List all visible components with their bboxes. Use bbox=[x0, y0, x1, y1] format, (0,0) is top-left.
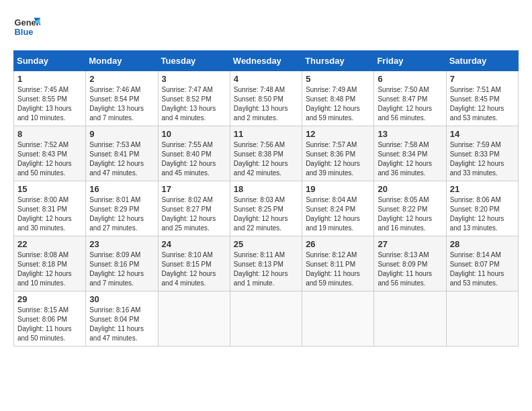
day-number: 23 bbox=[89, 239, 154, 249]
day-detail: Sunrise: 7:45 AM Sunset: 8:55 PM Dayligh… bbox=[17, 85, 82, 123]
day-detail: Sunrise: 8:03 AM Sunset: 8:25 PM Dayligh… bbox=[234, 195, 298, 233]
day-number: 21 bbox=[450, 184, 515, 194]
day-number: 24 bbox=[162, 239, 226, 249]
day-detail: Sunrise: 7:49 AM Sunset: 8:48 PM Dayligh… bbox=[306, 85, 370, 123]
day-detail: Sunrise: 8:01 AM Sunset: 8:29 PM Dayligh… bbox=[89, 195, 154, 233]
day-detail: Sunrise: 7:46 AM Sunset: 8:54 PM Dayligh… bbox=[89, 85, 154, 123]
day-cell: 19Sunrise: 8:04 AM Sunset: 8:24 PM Dayli… bbox=[302, 181, 374, 236]
day-cell: 13Sunrise: 7:58 AM Sunset: 8:34 PM Dayli… bbox=[374, 126, 446, 181]
day-number: 13 bbox=[378, 129, 442, 139]
day-cell bbox=[230, 291, 302, 347]
day-detail: Sunrise: 8:13 AM Sunset: 8:09 PM Dayligh… bbox=[378, 250, 442, 288]
day-number: 14 bbox=[450, 129, 515, 139]
weekday-header-thursday: Thursday bbox=[302, 51, 374, 71]
weekday-header-wednesday: Wednesday bbox=[230, 51, 302, 71]
day-number: 16 bbox=[89, 184, 154, 194]
day-number: 2 bbox=[89, 74, 154, 84]
day-number: 29 bbox=[17, 294, 82, 304]
day-number: 25 bbox=[234, 239, 298, 249]
day-detail: Sunrise: 8:14 AM Sunset: 8:07 PM Dayligh… bbox=[450, 250, 515, 288]
day-number: 6 bbox=[378, 74, 442, 84]
day-detail: Sunrise: 8:16 AM Sunset: 8:04 PM Dayligh… bbox=[89, 306, 154, 343]
day-detail: Sunrise: 7:58 AM Sunset: 8:34 PM Dayligh… bbox=[378, 140, 442, 178]
day-number: 9 bbox=[89, 129, 154, 139]
week-row-1: 1Sunrise: 7:45 AM Sunset: 8:55 PM Daylig… bbox=[14, 71, 519, 126]
day-detail: Sunrise: 8:09 AM Sunset: 8:16 PM Dayligh… bbox=[89, 250, 154, 288]
logo: General Blue bbox=[13, 13, 43, 40]
day-cell: 21Sunrise: 8:06 AM Sunset: 8:20 PM Dayli… bbox=[446, 181, 518, 236]
day-cell: 8Sunrise: 7:52 AM Sunset: 8:43 PM Daylig… bbox=[14, 126, 86, 181]
day-cell: 10Sunrise: 7:55 AM Sunset: 8:40 PM Dayli… bbox=[158, 126, 230, 181]
day-detail: Sunrise: 7:53 AM Sunset: 8:41 PM Dayligh… bbox=[89, 140, 154, 178]
day-cell: 15Sunrise: 8:00 AM Sunset: 8:31 PM Dayli… bbox=[14, 181, 86, 236]
day-number: 8 bbox=[17, 129, 82, 139]
day-number: 22 bbox=[17, 239, 82, 249]
day-detail: Sunrise: 8:05 AM Sunset: 8:22 PM Dayligh… bbox=[378, 195, 442, 233]
day-detail: Sunrise: 8:00 AM Sunset: 8:31 PM Dayligh… bbox=[17, 195, 82, 233]
day-number: 19 bbox=[306, 184, 370, 194]
day-detail: Sunrise: 7:59 AM Sunset: 8:33 PM Dayligh… bbox=[450, 140, 515, 178]
day-cell: 20Sunrise: 8:05 AM Sunset: 8:22 PM Dayli… bbox=[374, 181, 446, 236]
day-cell: 24Sunrise: 8:10 AM Sunset: 8:15 PM Dayli… bbox=[158, 236, 230, 291]
day-cell: 6Sunrise: 7:50 AM Sunset: 8:47 PM Daylig… bbox=[374, 71, 446, 126]
day-number: 4 bbox=[234, 74, 298, 84]
calendar-table: SundayMondayTuesdayWednesdayThursdayFrid… bbox=[13, 50, 519, 347]
weekday-header-row: SundayMondayTuesdayWednesdayThursdayFrid… bbox=[14, 51, 519, 71]
svg-text:Blue: Blue bbox=[15, 27, 34, 37]
day-cell bbox=[158, 291, 230, 347]
day-detail: Sunrise: 8:11 AM Sunset: 8:13 PM Dayligh… bbox=[234, 250, 298, 288]
day-cell bbox=[302, 291, 374, 347]
day-detail: Sunrise: 8:08 AM Sunset: 8:18 PM Dayligh… bbox=[17, 250, 82, 288]
day-number: 11 bbox=[234, 129, 298, 139]
day-cell: 18Sunrise: 8:03 AM Sunset: 8:25 PM Dayli… bbox=[230, 181, 302, 236]
day-cell: 5Sunrise: 7:49 AM Sunset: 8:48 PM Daylig… bbox=[302, 71, 374, 126]
day-number: 3 bbox=[162, 74, 226, 84]
week-row-3: 15Sunrise: 8:00 AM Sunset: 8:31 PM Dayli… bbox=[14, 181, 519, 236]
day-cell: 16Sunrise: 8:01 AM Sunset: 8:29 PM Dayli… bbox=[86, 181, 158, 236]
weekday-header-saturday: Saturday bbox=[446, 51, 518, 71]
day-cell: 22Sunrise: 8:08 AM Sunset: 8:18 PM Dayli… bbox=[14, 236, 86, 291]
day-cell: 7Sunrise: 7:51 AM Sunset: 8:45 PM Daylig… bbox=[446, 71, 518, 126]
day-cell: 23Sunrise: 8:09 AM Sunset: 8:16 PM Dayli… bbox=[86, 236, 158, 291]
week-row-5: 29Sunrise: 8:15 AM Sunset: 8:06 PM Dayli… bbox=[14, 291, 519, 347]
day-cell: 29Sunrise: 8:15 AM Sunset: 8:06 PM Dayli… bbox=[14, 291, 86, 347]
day-cell: 27Sunrise: 8:13 AM Sunset: 8:09 PM Dayli… bbox=[374, 236, 446, 291]
day-cell: 26Sunrise: 8:12 AM Sunset: 8:11 PM Dayli… bbox=[302, 236, 374, 291]
day-number: 30 bbox=[89, 294, 154, 304]
day-cell: 4Sunrise: 7:48 AM Sunset: 8:50 PM Daylig… bbox=[230, 71, 302, 126]
day-detail: Sunrise: 7:52 AM Sunset: 8:43 PM Dayligh… bbox=[17, 140, 82, 178]
day-detail: Sunrise: 8:15 AM Sunset: 8:06 PM Dayligh… bbox=[17, 306, 82, 343]
day-number: 18 bbox=[234, 184, 298, 194]
day-detail: Sunrise: 7:47 AM Sunset: 8:52 PM Dayligh… bbox=[162, 85, 226, 123]
day-detail: Sunrise: 8:04 AM Sunset: 8:24 PM Dayligh… bbox=[306, 195, 370, 233]
day-number: 12 bbox=[306, 129, 370, 139]
day-detail: Sunrise: 8:12 AM Sunset: 8:11 PM Dayligh… bbox=[306, 250, 370, 288]
day-cell: 17Sunrise: 8:02 AM Sunset: 8:27 PM Dayli… bbox=[158, 181, 230, 236]
logo-icon: General Blue bbox=[13, 13, 40, 40]
day-cell: 9Sunrise: 7:53 AM Sunset: 8:41 PM Daylig… bbox=[86, 126, 158, 181]
day-cell: 11Sunrise: 7:56 AM Sunset: 8:38 PM Dayli… bbox=[230, 126, 302, 181]
day-number: 1 bbox=[17, 74, 82, 84]
day-number: 10 bbox=[162, 129, 226, 139]
day-detail: Sunrise: 7:48 AM Sunset: 8:50 PM Dayligh… bbox=[234, 85, 298, 123]
week-row-2: 8Sunrise: 7:52 AM Sunset: 8:43 PM Daylig… bbox=[14, 126, 519, 181]
day-detail: Sunrise: 8:10 AM Sunset: 8:15 PM Dayligh… bbox=[162, 250, 226, 288]
day-number: 28 bbox=[450, 239, 515, 249]
day-number: 27 bbox=[378, 239, 442, 249]
day-cell bbox=[446, 291, 518, 347]
day-detail: Sunrise: 7:55 AM Sunset: 8:40 PM Dayligh… bbox=[162, 140, 226, 178]
day-number: 17 bbox=[162, 184, 226, 194]
weekday-header-friday: Friday bbox=[374, 51, 446, 71]
day-cell: 28Sunrise: 8:14 AM Sunset: 8:07 PM Dayli… bbox=[446, 236, 518, 291]
day-cell: 2Sunrise: 7:46 AM Sunset: 8:54 PM Daylig… bbox=[86, 71, 158, 126]
day-detail: Sunrise: 7:51 AM Sunset: 8:45 PM Dayligh… bbox=[450, 85, 515, 123]
weekday-header-tuesday: Tuesday bbox=[158, 51, 230, 71]
day-detail: Sunrise: 8:06 AM Sunset: 8:20 PM Dayligh… bbox=[450, 195, 515, 233]
day-number: 7 bbox=[450, 74, 515, 84]
day-detail: Sunrise: 7:50 AM Sunset: 8:47 PM Dayligh… bbox=[378, 85, 442, 123]
day-detail: Sunrise: 7:57 AM Sunset: 8:36 PM Dayligh… bbox=[306, 140, 370, 178]
weekday-header-sunday: Sunday bbox=[14, 51, 86, 71]
day-cell: 14Sunrise: 7:59 AM Sunset: 8:33 PM Dayli… bbox=[446, 126, 518, 181]
day-cell: 25Sunrise: 8:11 AM Sunset: 8:13 PM Dayli… bbox=[230, 236, 302, 291]
day-number: 20 bbox=[378, 184, 442, 194]
